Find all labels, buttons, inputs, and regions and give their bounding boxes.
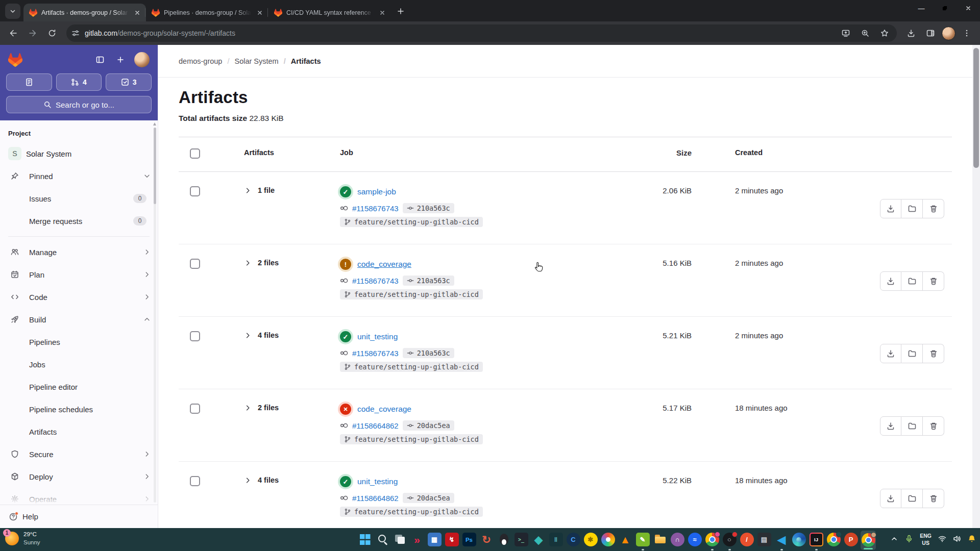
browse-artifact-button[interactable] [901,416,923,436]
tray-expand-icon[interactable] [890,535,898,545]
weather-widget[interactable]: 1 29°C Sunny [5,531,40,546]
new-tab-button[interactable] [393,4,408,19]
tab-close-icon[interactable] [255,8,264,17]
search-input[interactable]: Search or go to... [6,96,152,113]
pipeline-link[interactable]: #1158676743 [352,277,399,285]
media-app[interactable]: » [409,528,425,551]
job-link[interactable]: unit_testing [357,332,398,341]
settings-app[interactable]: ✱ [583,528,598,551]
vlc-app[interactable]: ▲ [618,528,633,551]
browser-profile-icon[interactable] [704,528,720,551]
browser-menu-button[interactable] [959,25,975,41]
todos-shortcut-button[interactable]: 3 [106,73,152,91]
branch-badge[interactable]: feature/setting-up-gitlab-cicd [340,362,483,372]
browser-active-profile[interactable] [861,531,876,550]
microphone-icon[interactable] [905,535,913,545]
commit-badge[interactable]: 210a563c [403,276,454,286]
address-bar[interactable]: gitlab.com/demos-group/solar-system/-/ar… [66,24,897,42]
expand-row-chevron[interactable] [244,477,252,484]
sidebar-item[interactable]: Pipelines [0,331,158,353]
select-all-checkbox[interactable] [190,148,200,159]
merge-requests-shortcut-button[interactable]: 4 [56,73,102,91]
create-new-icon[interactable] [114,53,127,66]
delete-artifact-button[interactable] [923,271,944,291]
download-artifact-button[interactable] [880,416,901,436]
browser-tab[interactable]: Artifacts · demos-group / Solar [23,4,146,21]
sidebar-item[interactable]: Pipeline editor [0,375,158,398]
sidebar-item[interactable]: Merge requests 0 [0,210,158,232]
github-app[interactable]: ∩ [670,528,685,551]
branch-badge[interactable]: feature/setting-up-gitlab-cicd [340,434,483,444]
close-window-button[interactable] [957,0,980,16]
delete-artifact-button[interactable] [923,416,944,436]
sidebar-item[interactable]: Build [0,308,158,331]
minimize-button[interactable]: — [910,0,933,16]
sidebar-scrollbar[interactable] [153,122,157,503]
browse-artifact-button[interactable] [901,344,923,363]
sidebar-item[interactable]: Jobs [0,353,158,375]
search-button[interactable] [375,528,390,551]
job-link[interactable]: unit_testing [357,477,398,486]
breadcrumb-item[interactable]: Artifacts [284,57,321,65]
commit-badge[interactable]: 20dac5ea [403,420,454,431]
sidebar-item[interactable]: Secure [0,443,158,465]
branch-badge[interactable]: feature/setting-up-gitlab-cicd [340,289,483,299]
row-checkbox[interactable] [190,186,200,196]
download-artifact-button[interactable] [880,344,901,363]
browse-artifact-button[interactable] [901,199,923,218]
row-checkbox[interactable] [190,331,200,341]
expand-row-chevron[interactable] [244,332,252,339]
side-panel-button[interactable] [922,25,939,41]
calculator-app[interactable]: ▦ [427,528,442,551]
commit-badge[interactable]: 210a563c [403,348,454,358]
pipeline-link[interactable]: #1158676743 [352,204,399,213]
sidebar-item[interactable] [8,236,150,237]
site-controls-icon[interactable] [71,29,80,37]
branch-badge[interactable]: feature/setting-up-gitlab-cicd [340,217,483,227]
job-link[interactable]: code_coverage [357,405,411,414]
commit-badge[interactable]: 20dac5ea [403,493,454,503]
restore-button[interactable] [933,0,957,16]
pipeline-link[interactable]: #1158664862 [352,494,399,503]
utility-app[interactable]: ↯ [444,528,459,551]
sidebar-item[interactable]: Code [0,286,158,308]
intellij-app[interactable]: IJ [808,528,824,551]
user-avatar[interactable] [134,52,150,67]
pipeline-link[interactable]: #1158676743 [352,349,399,358]
forward-button[interactable] [24,25,41,41]
delete-artifact-button[interactable] [923,344,944,363]
docker-app[interactable]: ≈ [687,528,702,551]
tab-search-button[interactable] [5,4,20,19]
delete-artifact-button[interactable] [923,489,944,508]
zoom-icon[interactable] [858,26,872,40]
expand-row-chevron[interactable] [244,187,252,194]
collapse-sidebar-icon[interactable] [93,53,107,66]
browser-tab[interactable]: CI/CD YAML syntax reference | G [268,4,391,21]
obs-app[interactable]: ○ [722,528,737,551]
job-link[interactable]: sample-job [357,187,396,196]
row-checkbox[interactable] [190,476,200,486]
pen-app[interactable]: / [739,528,754,551]
language-switcher[interactable]: ENG US [920,533,932,546]
task-view-button[interactable] [392,528,407,551]
snip-app[interactable]: ▤ [756,528,772,551]
c-circle-app[interactable]: C [566,528,581,551]
browser-tab[interactable]: Pipelines · demos-group / Solar [146,4,268,21]
file-explorer[interactable] [652,528,668,551]
photoshop-app[interactable]: Ps [461,528,477,551]
notification-bell-icon[interactable] [968,535,976,545]
save-share-icon[interactable] [839,26,853,40]
gitlab-logo[interactable] [8,53,22,67]
bookmark-star-icon[interactable] [877,26,892,40]
expand-row-chevron[interactable] [244,259,252,267]
breadcrumb-item[interactable]: Solar System [227,57,278,65]
downloads-button[interactable] [903,25,919,41]
browse-artifact-button[interactable] [901,489,923,508]
download-artifact-button[interactable] [880,199,901,218]
job-link[interactable]: code_coverage [357,260,411,269]
back-button[interactable] [5,25,21,41]
breadcrumb-item[interactable]: demos-group [179,57,222,65]
tab-close-icon[interactable] [378,8,387,17]
commit-badge[interactable]: 210a563c [403,203,454,213]
wifi-icon[interactable] [938,535,946,545]
